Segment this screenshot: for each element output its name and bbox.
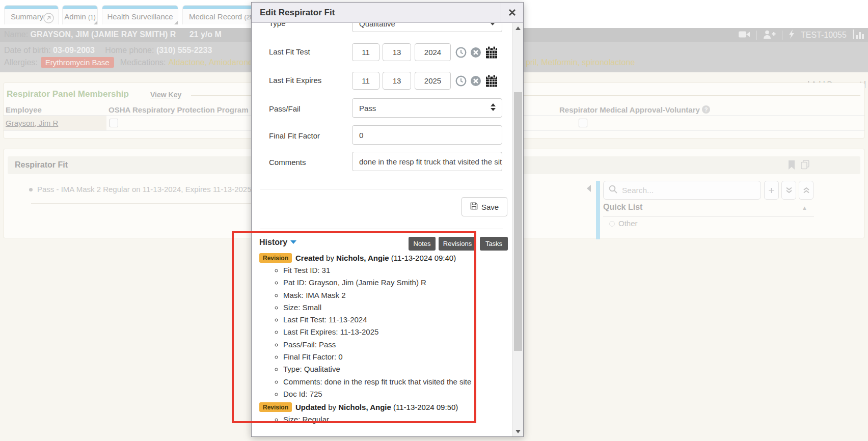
medications-label: Medications: xyxy=(120,58,166,67)
employee-link[interactable]: Grayson, Jim R xyxy=(6,119,58,127)
respirator-fit-title: Respirator Fit xyxy=(15,160,68,170)
quick-list-collapse-icon[interactable]: ▲ xyxy=(802,205,807,211)
scroll-up-arrow[interactable] xyxy=(513,23,523,33)
search-input[interactable] xyxy=(621,185,755,196)
video-camera-icon[interactable] xyxy=(739,31,750,40)
tab-medical-record-label: Medical Record (29) xyxy=(189,12,258,21)
collapse-all-button[interactable] xyxy=(799,181,813,200)
help-icon[interactable]: ? xyxy=(702,105,710,114)
list-item-bullet xyxy=(609,221,615,227)
tab-admin[interactable]: Admin (1) xyxy=(62,5,98,24)
quick-list-divider xyxy=(603,216,814,216)
clock-icon[interactable] xyxy=(455,75,467,87)
membership-title: Respirator Panel Membership xyxy=(7,89,129,99)
col-voluntary: Respirator Medical Approval-Voluntary ? xyxy=(559,105,710,114)
voluntary-checkbox[interactable] xyxy=(579,119,587,127)
tab-accent-strip xyxy=(183,6,258,9)
clear-date-icon[interactable] xyxy=(470,75,481,87)
osha-checkbox[interactable] xyxy=(110,119,118,127)
copy-icon[interactable] xyxy=(801,160,809,172)
last-fit-expires-month[interactable] xyxy=(352,72,379,90)
chevron-down-icon xyxy=(490,23,495,25)
patient-name-line: Name: GRAYSON, JIM (JAMIE RAY SMITH) R 2… xyxy=(4,30,222,39)
medications-right: pril, Metformin, spironolactone xyxy=(526,58,635,67)
comments-input[interactable]: done in the resp fit truck that visited … xyxy=(352,152,502,171)
pass-fail-select[interactable]: Pass xyxy=(352,98,502,118)
tasks-button[interactable]: Tasks xyxy=(480,237,508,251)
tab-summary[interactable]: Summary xyxy=(4,5,59,24)
tab-accent-strip xyxy=(5,6,58,9)
collapse-panel-handle[interactable] xyxy=(586,184,591,195)
clock-icon[interactable] xyxy=(455,47,467,58)
calendar-icon[interactable] xyxy=(485,74,496,86)
final-fit-factor-label: Final Fit Factor xyxy=(269,131,320,141)
list-bullet xyxy=(29,188,33,191)
dob-phone-line: Date of birth: 03-09-2003 Home phone: (3… xyxy=(4,46,212,55)
pass-fail-label: Pass/Fail xyxy=(269,104,301,114)
clear-date-icon[interactable] xyxy=(470,47,481,58)
lightning-icon[interactable] xyxy=(789,30,795,41)
type-select[interactable]: Qualitative xyxy=(352,23,502,32)
history-divider xyxy=(260,229,503,229)
fit-result-item[interactable]: Pass - IMA Mask 2 Regular on 11-13-2024,… xyxy=(37,185,252,194)
save-button[interactable]: Save xyxy=(462,197,507,216)
patient-name: GRAYSON, JIM (JAMIE RAY SMITH) R xyxy=(31,30,176,39)
record-id: TEST-10055 xyxy=(801,31,847,40)
search-icon xyxy=(609,185,617,196)
allergies-label: Allergies: xyxy=(4,58,38,67)
tab-accent-strip xyxy=(63,6,97,9)
tab-fold-marker xyxy=(174,21,178,24)
tab-health-surveillance[interactable]: Health Surveillance xyxy=(102,5,178,24)
col-osha-program: OSHA Respiratory Protection Program xyxy=(108,105,249,114)
last-fit-test-label: Last Fit Test xyxy=(269,47,310,57)
last-fit-expires-label: Last Fit Expires xyxy=(269,76,321,85)
medications-left: Aldactone, Amiodarone xyxy=(169,58,253,67)
form-divider xyxy=(260,189,503,189)
open-in-new-icon[interactable] xyxy=(43,13,54,24)
modal-header: Edit Respirator Fit xyxy=(252,3,523,23)
quick-panel-accent-bar xyxy=(596,181,600,239)
name-label: Name: xyxy=(4,30,28,39)
chart-icon[interactable] xyxy=(853,30,865,41)
expand-all-button[interactable] xyxy=(781,181,796,200)
final-fit-factor-input[interactable]: 0 xyxy=(352,125,502,145)
select-spinner-icon xyxy=(491,103,496,111)
app-screen: Summary Admin (1) Health Surveillance Me… xyxy=(0,0,868,441)
last-fit-test-month[interactable] xyxy=(352,43,379,61)
quick-list-item-other[interactable]: Other xyxy=(618,219,638,228)
banner-toolbar: TEST-10055 xyxy=(739,28,865,42)
item-divider xyxy=(31,203,270,204)
patient-age-sex: 21 y/o M xyxy=(189,30,222,39)
modal-title: Edit Respirator Fit xyxy=(260,3,335,22)
dob-label: Date of birth: xyxy=(4,46,51,54)
calendar-icon[interactable] xyxy=(485,46,496,57)
dob-value: 03-09-2003 xyxy=(53,46,95,54)
comments-label: Comments xyxy=(269,158,306,167)
toolbar-divider xyxy=(782,31,782,40)
view-key-link[interactable]: View Key xyxy=(150,91,181,99)
phone-value: (310) 555-2233 xyxy=(156,46,212,54)
add-button[interactable]: + xyxy=(764,181,779,200)
quick-list-title[interactable]: Quick List xyxy=(603,203,642,212)
tab-medical-record[interactable]: Medical Record (29) xyxy=(182,5,259,24)
last-fit-expires-day[interactable] xyxy=(383,72,411,90)
scroll-down-arrow[interactable] xyxy=(513,426,523,436)
scrollbar-thumb[interactable] xyxy=(514,92,522,351)
last-fit-test-day[interactable] xyxy=(383,43,411,61)
toolbar-divider xyxy=(756,31,757,40)
save-icon xyxy=(470,202,478,211)
close-button[interactable] xyxy=(501,3,523,22)
allergy-med-line: Allergies: Erythromycin Base Medications… xyxy=(4,57,253,68)
type-label: Type xyxy=(269,23,286,28)
tab-admin-label: Admin (1) xyxy=(63,12,97,21)
last-fit-expires-year[interactable] xyxy=(415,72,451,90)
annotation-rectangle xyxy=(232,231,476,423)
phone-label: Home phone: xyxy=(105,46,154,54)
bookmark-icon[interactable] xyxy=(788,160,795,172)
quick-search xyxy=(603,181,761,200)
modal-scrollbar[interactable] xyxy=(512,23,523,436)
allergy-badge[interactable]: Erythromycin Base xyxy=(41,57,114,68)
last-fit-test-year[interactable] xyxy=(415,43,451,61)
tab-accent-strip xyxy=(102,6,178,9)
add-user-icon[interactable] xyxy=(763,30,776,41)
